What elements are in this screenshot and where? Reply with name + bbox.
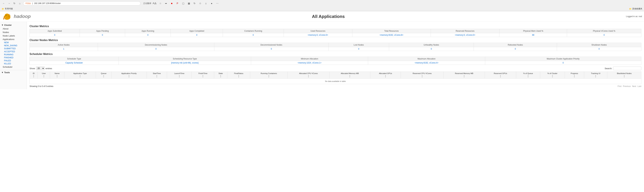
cluster-metrics-header-0: Apps Submitted (30, 29, 80, 33)
app-table-header-3[interactable]: Application Type▲▼ (64, 72, 96, 79)
cluster-nodes-value-5: 0 (474, 47, 557, 51)
refresh-circle-icon[interactable]: ↻ (192, 1, 197, 6)
sidebar: ▼ Cluster About Nodes Node Labels Applic… (0, 22, 27, 89)
app-table-header-5[interactable]: Application Priority▲▼ (111, 72, 146, 79)
favorites-icon[interactable]: ☆ (158, 1, 163, 6)
app-table-header-19[interactable]: % of Cluster▲▼ (540, 72, 565, 79)
app-table-header-0[interactable]: ID▲▼ (30, 72, 38, 79)
app-table-header-17[interactable]: Reserved GPUs▲▼ (485, 72, 516, 79)
address-bar[interactable]: 不安全 | 192.168.197.129:8088/cluster (23, 1, 140, 5)
sidebar-item-about[interactable]: About (0, 27, 27, 30)
submitted-link: SUBMITTED (4, 47, 16, 50)
tools-header[interactable]: ▼ Tools (0, 70, 27, 75)
sidebar-sub-item-killed[interactable]: KILLED (0, 62, 27, 65)
previous-page-button[interactable]: Previous (623, 85, 631, 87)
sidebar-sub-item-new-saving[interactable]: NEW_SAVING (0, 44, 27, 47)
scheduler-value-1: [memory-mb (unit=Mi), vcores] (118, 61, 251, 65)
app-table-header-9[interactable]: State▲▼ (214, 72, 227, 79)
share-icon[interactable]: ➦ (164, 1, 168, 6)
more-options-icon[interactable]: ⋯ (215, 1, 220, 6)
search-label: Search: (604, 67, 612, 70)
sidebar-item-node-labels[interactable]: Node Labels (0, 34, 27, 37)
sidebar-sub-item-submitted[interactable]: SUBMITTED (0, 47, 27, 50)
new-link: NEW (4, 41, 9, 44)
cluster-metrics-header-5: Used Resources (284, 29, 352, 33)
sidebar-sub-item-accepted[interactable]: ACCEPTED (0, 50, 27, 53)
bookmarks-label: 常用书签 (5, 7, 13, 10)
next-page-button[interactable]: Next (632, 85, 636, 87)
scheduler-header-2: Minimum Allocation (251, 57, 368, 61)
about-link: About (3, 27, 8, 30)
sidebar-sub-item-new[interactable]: NEW (0, 41, 27, 44)
app-table-header-11[interactable]: Running Containers▲▼ (250, 72, 288, 79)
app-table-header-15[interactable]: Reserved CPU VCores▲▼ (401, 72, 444, 79)
address-separator: | (32, 2, 33, 4)
download-icon[interactable]: ⇣ (204, 1, 208, 6)
scheduler-header-3: Maximum Allocation (368, 57, 485, 61)
table-controls: Show 10202550100 entries Search: (30, 66, 641, 70)
cluster-nodes-header-5: Rebooted Nodes (474, 43, 557, 47)
app-table-header-8[interactable]: FinishTime▲▼ (192, 72, 214, 79)
cluster-metrics-value-5: <memory:0, vCores:0> (284, 33, 352, 37)
app-table-header-7[interactable]: LaunchTime▲▼ (167, 72, 192, 79)
cluster-metrics-value-6: <memory:8192, vCores:8> (352, 33, 431, 37)
scheduler-header-1: Scheduling Resource Type (118, 57, 251, 61)
show-entries-select[interactable]: 10202550100 (36, 66, 44, 70)
app-table-header-12[interactable]: Allocated CPU VCores▲▼ (288, 72, 330, 79)
app-table-header-2[interactable]: Name▲▼ (50, 72, 64, 79)
screen-icon[interactable]: ▢ (181, 1, 186, 6)
folder-icon: 📁 (2, 8, 4, 10)
accepted-link: ACCEPTED (4, 50, 15, 53)
home-button[interactable]: ⌂ (18, 1, 22, 5)
profile-icon[interactable]: ● (209, 1, 214, 6)
app-table-header-10[interactable]: FinalStatus▲▼ (227, 72, 250, 79)
extensions-icon[interactable]: ■ (170, 1, 174, 6)
main-layout: ▼ Cluster About Nodes Node Labels Applic… (0, 22, 644, 89)
sidebar-item-nodes[interactable]: Nodes (0, 30, 27, 34)
app-table-header-13[interactable]: Allocated Memory MB▲▼ (330, 72, 370, 79)
node-labels-link: Node Labels (3, 34, 15, 37)
star-icon[interactable]: ✩ (198, 1, 202, 6)
cluster-header[interactable]: ▼ Cluster (0, 23, 27, 27)
hadoop-text: hadoop (14, 14, 31, 19)
app-table-header-14[interactable]: Allocated GPUs▲▼ (370, 72, 401, 79)
cluster-metrics-header-9: Physical VCores Used % (567, 29, 641, 33)
app-table-header-20[interactable]: Progress▲▼ (565, 72, 584, 79)
applications-table: ID▲▼User▲▼Name▲▼Application Type▲▼Queue▲… (30, 72, 641, 84)
scheduler-value-4: 0 (485, 61, 641, 65)
app-table-header-22[interactable]: Blacklisted Nodes▲▼ (607, 72, 641, 79)
translate-icon[interactable]: Aあ (152, 1, 157, 6)
app-table-header-4[interactable]: Queue▲▼ (96, 72, 112, 79)
app-table-header-6[interactable]: StartTime▲▼ (146, 72, 167, 79)
last-page-button[interactable]: Last (638, 85, 641, 87)
cluster-metrics-header-7: Reserved Resources (431, 29, 499, 33)
show-label: Show (30, 67, 35, 70)
cluster-metrics-header-8: Physical Mem Used % (500, 29, 567, 33)
app-table-header-21[interactable]: Tracking UI▲▼ (584, 72, 607, 79)
refresh-button[interactable]: ↻ (12, 1, 16, 5)
browser-toolbar: ← → ↻ ⌂ 不安全 | 192.168.197.129:8088/clust… (0, 0, 644, 7)
cluster-nodes-value-4: 0 (389, 47, 474, 51)
sidebar-sub-item-running[interactable]: RUNNING (0, 53, 27, 56)
forward-button[interactable]: → (7, 1, 11, 5)
app-table-header-1[interactable]: User▲▼ (38, 72, 50, 79)
cluster-nodes-header-0: Active Nodes (30, 43, 98, 47)
search-input[interactable] (613, 66, 641, 70)
back-button[interactable]: ← (2, 1, 6, 5)
chat-icon[interactable]: ▩ (186, 1, 191, 6)
sidebar-item-applications[interactable]: Applications (0, 37, 27, 41)
cluster-nodes-metrics-table: Active NodesDecommissioning NodesDecommi… (30, 43, 641, 51)
cluster-label: Cluster (4, 24, 12, 26)
powerpoint-icon[interactable]: P (175, 1, 180, 6)
first-page-button[interactable]: First (618, 85, 622, 87)
cluster-metrics-title: Cluster Metrics (30, 25, 641, 28)
sidebar-sub-item-finished[interactable]: FINISHED (0, 56, 27, 59)
new-saving-link: NEW_SAVING (4, 44, 17, 47)
sidebar-item-scheduler[interactable]: Scheduler (0, 65, 27, 69)
cluster-metrics-header-1: Apps Pending (80, 29, 125, 33)
app-table-header-18[interactable]: % of Queue▲▼ (516, 72, 540, 79)
hadoop-logo-svg (2, 12, 14, 21)
sidebar-sub-item-failed[interactable]: FAILED (0, 59, 27, 62)
bookmarks-folder[interactable]: 📁 常用书签 (2, 7, 13, 10)
app-table-header-16[interactable]: Reserved Memory MB▲▼ (444, 72, 485, 79)
